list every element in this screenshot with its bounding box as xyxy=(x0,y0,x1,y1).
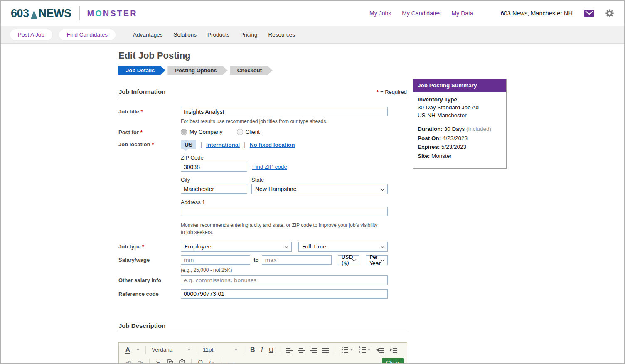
address-input[interactable] xyxy=(181,207,388,216)
numbered-list-button[interactable]: 1 2 3 xyxy=(356,345,374,354)
zip-input[interactable] xyxy=(181,162,247,172)
city-state-block: City State New Hampshire xyxy=(181,177,388,194)
job-type-row: Job type * Employee Full Time xyxy=(118,242,407,252)
text-color-dropdown[interactable]: A xyxy=(123,345,142,355)
find-zip-link[interactable]: Find ZIP code xyxy=(252,164,287,170)
address-label: Address 1 xyxy=(181,199,388,205)
step-posting-options[interactable]: Posting Options xyxy=(167,66,227,75)
city-input[interactable] xyxy=(181,184,247,194)
location-note: Monster recommends entering a city and s… xyxy=(181,222,380,236)
job-title-input[interactable] xyxy=(181,107,388,116)
job-information-title: Job Information xyxy=(118,88,165,95)
undo-button[interactable]: ↶ xyxy=(123,358,134,364)
indent-button[interactable] xyxy=(387,345,400,354)
post-for-row: Post for * My Company Client xyxy=(118,128,407,135)
tab-separator: | xyxy=(244,141,246,148)
outdent-button[interactable] xyxy=(374,345,387,354)
state-select-value: New Hampshire xyxy=(255,186,297,192)
required-note: * = Required xyxy=(376,89,407,95)
align-justify-icon xyxy=(322,347,329,353)
caret-down-icon xyxy=(187,349,191,351)
salary-label: Salary/wage xyxy=(118,255,181,273)
other-salary-input[interactable] xyxy=(181,275,388,285)
job-information-section: Job Information * = Required Job title *… xyxy=(118,88,407,299)
my-data-link[interactable]: My Data xyxy=(452,10,473,17)
job-type-select-value: Employee xyxy=(185,243,211,250)
salary-row: Salary/wage to USD ($) Per Year xyxy=(118,255,407,273)
monster-m: M xyxy=(87,9,96,18)
currency-select[interactable]: USD ($) xyxy=(338,255,360,265)
logo-group: 603 NEWS MONSTER xyxy=(11,6,138,20)
italic-button[interactable]: I xyxy=(258,345,266,355)
bullet-list-button[interactable] xyxy=(339,345,356,354)
font-size-dropdown[interactable]: 11pt xyxy=(200,345,240,354)
align-center-icon xyxy=(298,347,305,353)
horizontal-rule-button[interactable]: — xyxy=(224,358,237,364)
underline-button[interactable]: U xyxy=(266,345,276,354)
redo-button[interactable]: ↷ xyxy=(134,358,145,364)
paste-button[interactable] xyxy=(176,358,188,364)
special-char-button[interactable]: Ω xyxy=(195,358,206,364)
location-tabs: US | International | No fixed location xyxy=(181,140,388,149)
font-family-dropdown[interactable]: Verdana xyxy=(149,345,193,354)
post-a-job-button[interactable]: Post A Job xyxy=(10,29,52,40)
main-content: Edit Job Posting Job Details Posting Opt… xyxy=(1,44,624,364)
salary-min-input[interactable] xyxy=(181,255,250,265)
job-title-row: Job title * For best results use recomme… xyxy=(118,107,407,124)
location-tab-no-fixed[interactable]: No fixed location xyxy=(250,142,295,148)
font-size-value: 11pt xyxy=(203,347,213,353)
zip-block: ZIP Code Find ZIP code xyxy=(181,155,388,172)
expires-row: Expires: 5/23/2023 xyxy=(418,143,502,151)
location-tab-international[interactable]: International xyxy=(206,142,240,148)
mail-icon[interactable] xyxy=(584,10,594,17)
salary-max-input[interactable] xyxy=(262,255,331,265)
gear-icon[interactable] xyxy=(605,9,614,18)
copy-icon xyxy=(167,359,173,364)
location-tab-us[interactable]: US xyxy=(181,140,196,149)
state-select[interactable]: New Hampshire xyxy=(251,184,388,194)
page-title: Edit Job Posting xyxy=(118,50,624,61)
my-candidates-link[interactable]: My Candidates xyxy=(402,10,440,17)
reference-code-label: Reference code xyxy=(118,289,181,299)
clear-button[interactable]: Clear xyxy=(382,358,404,364)
font-family-value: Verdana xyxy=(152,347,172,353)
client-radio[interactable]: Client xyxy=(237,129,260,135)
remove-format-button[interactable]: Ix xyxy=(206,358,217,364)
align-left-button[interactable] xyxy=(283,345,295,354)
job-schedule-select[interactable]: Full Time xyxy=(298,242,388,252)
align-left-icon xyxy=(286,347,293,353)
nav-advantages[interactable]: Advantages xyxy=(133,32,162,38)
find-candidates-button[interactable]: Find Candidates xyxy=(59,29,116,40)
step-job-details[interactable]: Job Details xyxy=(118,66,165,75)
logo-divider xyxy=(79,6,80,20)
my-company-radio[interactable]: My Company xyxy=(181,129,223,135)
chevron-down-icon xyxy=(381,187,385,191)
post-on-row: Post On: 4/23/2023 xyxy=(418,135,502,143)
nav-products[interactable]: Products xyxy=(207,32,229,38)
job-type-select[interactable]: Employee xyxy=(181,242,292,252)
copy-button[interactable] xyxy=(164,358,176,364)
pay-period-select[interactable]: Per Year xyxy=(366,255,388,265)
state-label: State xyxy=(251,177,388,183)
job-title-helper: For best results use recommended job tit… xyxy=(181,118,388,124)
my-jobs-link[interactable]: My Jobs xyxy=(369,10,391,17)
progress-stepper: Job Details Posting Options Checkout xyxy=(118,66,624,75)
nav-resources[interactable]: Resources xyxy=(268,32,295,38)
align-right-button[interactable] xyxy=(308,345,320,354)
app-window: 603 NEWS MONSTER My Jobs My Candidates M… xyxy=(0,0,625,364)
align-justify-button[interactable] xyxy=(320,345,332,354)
bold-button[interactable]: B xyxy=(247,345,258,355)
step-checkout[interactable]: Checkout xyxy=(230,66,273,75)
rich-text-editor: A Verdana 11pt B I xyxy=(118,342,407,364)
nav-pricing[interactable]: Pricing xyxy=(240,32,257,38)
post-for-label: Post for * xyxy=(118,128,181,135)
tab-separator: | xyxy=(200,141,202,148)
indent-icon xyxy=(390,347,397,353)
cut-button[interactable]: ✂ xyxy=(153,358,164,364)
align-center-button[interactable] xyxy=(295,345,308,354)
salary-to-label: to xyxy=(253,257,258,263)
city-label: City xyxy=(181,177,247,183)
nav-solutions[interactable]: Solutions xyxy=(173,32,197,38)
outdent-icon xyxy=(376,347,384,353)
reference-code-input[interactable] xyxy=(181,289,388,299)
